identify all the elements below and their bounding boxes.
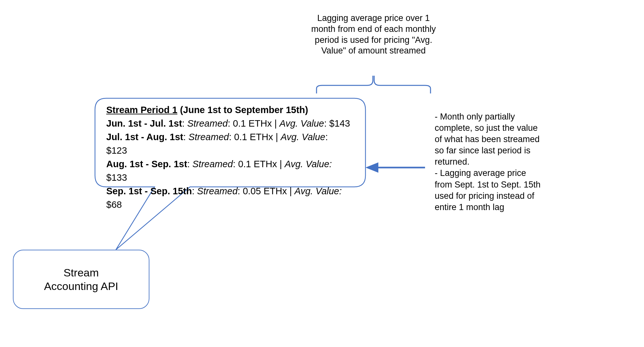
row-streamed-value: 0.1 ETHx: [234, 132, 273, 142]
row-date: Sep. 1st - Sep. 15th: [106, 186, 192, 196]
bubble-row: Jun. 1st - Jul. 1st: Streamed: 0.1 ETHx …: [106, 117, 351, 130]
row-avg-value: $123: [106, 145, 127, 156]
row-avg-value: $68: [106, 199, 122, 210]
row-streamed-value: 0.05 ETHx: [243, 186, 287, 196]
row-streamed-label: Streamed: [193, 159, 233, 169]
speech-bubble-content: Stream Period 1 (June 1st to September 1…: [106, 103, 351, 211]
row-streamed-label: Streamed: [188, 132, 229, 142]
arrow-left-icon: [365, 161, 425, 174]
bubble-row: Jul. 1st - Aug. 1st: Streamed: 0.1 ETHx …: [106, 130, 351, 157]
row-avg-label: Avg. Value:: [295, 186, 342, 196]
stream-accounting-api-node: Stream Accounting API: [13, 250, 149, 309]
svg-marker-1: [365, 162, 378, 173]
bubble-row: Sep. 1st - Sep. 15th: Streamed: 0.05 ETH…: [106, 184, 351, 211]
bubble-row: Aug. 1st - Sep. 1st: Streamed: 0.1 ETHx …: [106, 157, 351, 184]
row-date: Jun. 1st - Jul. 1st: [106, 118, 182, 129]
row-avg-value: $133: [106, 172, 127, 183]
row-date: Jul. 1st - Aug. 1st: [106, 132, 183, 142]
top-annotation-text: Lagging average price over 1 month from …: [309, 13, 438, 56]
bubble-title-range: (June 1st to September 15th): [177, 105, 308, 115]
right-annotation-text: - Month only partially complete, so just…: [435, 111, 544, 213]
row-avg-label: Avg. Value: [279, 118, 324, 129]
row-avg-label: Avg. Value: [281, 132, 326, 142]
row-streamed-value: 0.1 ETHx: [233, 118, 272, 129]
row-date: Aug. 1st - Sep. 1st: [106, 159, 187, 169]
curly-brace-icon: [316, 72, 431, 95]
row-streamed-label: Streamed: [187, 118, 228, 129]
row-avg-value: $143: [329, 118, 350, 129]
row-avg-label: Avg. Value:: [285, 159, 332, 169]
node-label: Stream Accounting API: [44, 266, 118, 293]
row-streamed-label: Streamed: [197, 186, 238, 196]
bubble-title-name: Stream Period 1: [106, 105, 177, 115]
bubble-title: Stream Period 1 (June 1st to September 1…: [106, 103, 351, 117]
diagram-canvas: Lagging average price over 1 month from …: [0, 0, 644, 347]
row-streamed-value: 0.1 ETHx: [238, 159, 277, 169]
